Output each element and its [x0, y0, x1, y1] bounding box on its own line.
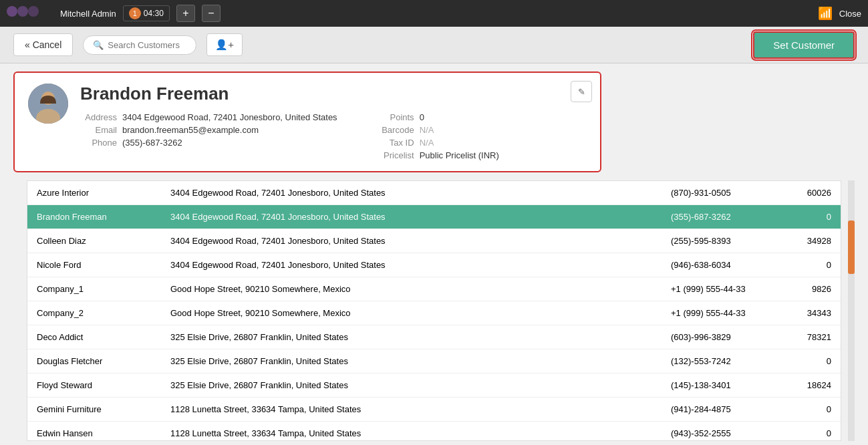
list-item[interactable]: Edwin Hansen1128 Lunetta Street, 33634 T… [27, 422, 841, 441]
list-item[interactable]: Deco Addict325 Elsie Drive, 26807 Frankl… [27, 325, 841, 349]
cancel-button[interactable]: « Cancel [13, 33, 73, 56]
customer-list-name: Floyd Steward [37, 380, 170, 390]
search-box[interactable]: 🔍 [83, 35, 196, 55]
customer-list-name: Company_2 [37, 308, 170, 318]
add-customer-button[interactable]: 👤+ [206, 33, 243, 56]
customer-list-phone: (603)-996-3829 [671, 332, 778, 342]
customer-list-name: Edwin Hansen [37, 428, 170, 438]
phone-value: (355)-687-3262 [122, 138, 182, 148]
customer-list-name: Colleen Diaz [37, 236, 170, 246]
customer-list-name: Douglas Fletcher [37, 356, 170, 366]
customer-list-address: Good Hope Street, 90210 Somewhere, Mexic… [170, 308, 671, 318]
customer-list-name: Azure Interior [37, 188, 170, 198]
customer-name: Brandon Freeman [80, 84, 499, 104]
list-item[interactable]: Nicole Ford3404 Edgewood Road, 72401 Jon… [27, 253, 841, 277]
close-button[interactable]: Close [839, 9, 861, 19]
avatar-image [28, 84, 68, 124]
search-input[interactable] [108, 40, 188, 50]
customer-list-points: 60026 [778, 188, 831, 198]
customer-list-phone: (943)-352-2555 [671, 428, 778, 438]
customer-list-phone: (946)-638-6034 [671, 260, 778, 270]
right-details: Points 0 Barcode N/A Tax ID N/A Pricelis… [378, 112, 499, 160]
customer-list-points: 0 [778, 404, 831, 414]
customer-list-points: 0 [778, 212, 831, 222]
customer-info: Brandon Freeman Address 3404 Edgewood Ro… [80, 84, 499, 160]
customer-list-points: 18624 [778, 380, 831, 390]
customer-list-points: 78321 [778, 332, 831, 342]
customer-list-address: 1128 Lunetta Street, 33634 Tampa, United… [170, 404, 671, 414]
list-item[interactable]: Colleen Diaz3404 Edgewood Road, 72401 Jo… [27, 229, 841, 253]
set-customer-button[interactable]: Set Customer [753, 31, 855, 59]
list-item[interactable]: Gemini Furniture1128 Lunetta Street, 336… [27, 398, 841, 422]
customer-list-address: 325 Elsie Drive, 26807 Franklin, United … [170, 356, 671, 366]
scrollbar-track [848, 180, 855, 441]
list-item[interactable]: Company_2Good Hope Street, 90210 Somewhe… [27, 301, 841, 325]
customer-list-points: 34928 [778, 236, 831, 246]
customer-list-address: 3404 Edgewood Road, 72401 Jonesboro, Uni… [170, 212, 671, 222]
svg-point-2 [28, 6, 39, 17]
address-value: 3404 Edgewood Road, 72401 Jonesboro, Uni… [122, 112, 337, 122]
customer-list-points: 0 [778, 356, 831, 366]
wifi-icon: 📶 [818, 6, 833, 21]
customer-list-phone: (145)-138-3401 [671, 380, 778, 390]
taxid-label: Tax ID [378, 138, 414, 148]
customer-list-address: Good Hope Street, 90210 Somewhere, Mexic… [170, 284, 671, 294]
avatar [28, 84, 68, 124]
customer-list-name: Company_1 [37, 284, 170, 294]
customer-list-name: Deco Addict [37, 332, 170, 342]
svg-point-1 [17, 6, 28, 17]
customer-list-name: Nicole Ford [37, 260, 170, 270]
list-item[interactable]: Company_1Good Hope Street, 90210 Somewhe… [27, 277, 841, 301]
edit-button[interactable]: ✎ [571, 81, 592, 102]
add-tab-button[interactable]: + [176, 5, 195, 22]
customer-list-phone: (132)-553-7242 [671, 356, 778, 366]
customer-list-name: Gemini Furniture [37, 404, 170, 414]
points-label: Points [378, 112, 414, 122]
edit-icon: ✎ [578, 87, 585, 97]
list-item[interactable]: Brandon Freeman3404 Edgewood Road, 72401… [27, 205, 841, 229]
list-item[interactable]: Douglas Fletcher325 Elsie Drive, 26807 F… [27, 349, 841, 374]
card-details: Address 3404 Edgewood Road, 72401 Jonesb… [80, 112, 499, 160]
points-value: 0 [420, 112, 424, 122]
odoo-logo [7, 2, 40, 25]
customer-list-points: 0 [778, 428, 831, 438]
customer-list-address: 3404 Edgewood Road, 72401 Jonesboro, Uni… [170, 260, 671, 270]
customer-list-points: 0 [778, 260, 831, 270]
customer-list-points: 34343 [778, 308, 831, 318]
list-item[interactable]: Azure Interior3404 Edgewood Road, 72401 … [27, 181, 841, 205]
left-details: Address 3404 Edgewood Road, 72401 Jonesb… [80, 112, 337, 160]
barcode-value: N/A [420, 125, 434, 135]
customer-list-phone: (941)-284-4875 [671, 404, 778, 414]
scrollbar-thumb[interactable] [848, 220, 855, 274]
user-name: Mitchell Admin [60, 9, 116, 19]
customer-list[interactable]: Azure Interior3404 Edgewood Road, 72401 … [27, 180, 841, 441]
customer-card: Brandon Freeman Address 3404 Edgewood Ro… [13, 71, 601, 172]
customer-list-address: 325 Elsie Drive, 26807 Franklin, United … [170, 332, 671, 342]
customer-list-phone: +1 (999) 555-44-33 [671, 284, 778, 294]
add-customer-icon: 👤+ [215, 39, 234, 50]
email-label: Email [80, 125, 117, 135]
topbar: Mitchell Admin 1 04:30 + − 📶 Close [0, 0, 868, 27]
email-value: brandon.freeman55@example.com [122, 125, 259, 135]
address-label: Address [80, 112, 117, 122]
customer-list-phone: (870)-931-0505 [671, 188, 778, 198]
tab-badge[interactable]: 1 04:30 [123, 5, 170, 21]
svg-point-0 [7, 6, 17, 17]
phone-label: Phone [80, 138, 117, 148]
customer-list-phone: +1 (999) 555-44-33 [671, 308, 778, 318]
remove-tab-button[interactable]: − [202, 5, 221, 22]
tab-time: 04:30 [144, 9, 164, 18]
barcode-label: Barcode [378, 125, 414, 135]
taxid-value: N/A [420, 138, 434, 148]
customer-list-phone: (355)-687-3262 [671, 212, 778, 222]
list-item[interactable]: Floyd Steward325 Elsie Drive, 26807 Fran… [27, 374, 841, 398]
customer-list-address: 325 Elsie Drive, 26807 Franklin, United … [170, 380, 671, 390]
pricelist-label: Pricelist [378, 150, 414, 160]
customer-list-points: 9826 [778, 284, 831, 294]
tab-count: 1 [129, 7, 141, 19]
toolbar: « Cancel 🔍 👤+ Set Customer [0, 27, 868, 63]
customer-list-address: 1128 Lunetta Street, 33634 Tampa, United… [170, 428, 671, 438]
pricelist-value: Public Pricelist (INR) [420, 150, 499, 160]
customer-list-wrapper: Azure Interior3404 Edgewood Road, 72401 … [13, 180, 855, 441]
customer-list-phone: (255)-595-8393 [671, 236, 778, 246]
